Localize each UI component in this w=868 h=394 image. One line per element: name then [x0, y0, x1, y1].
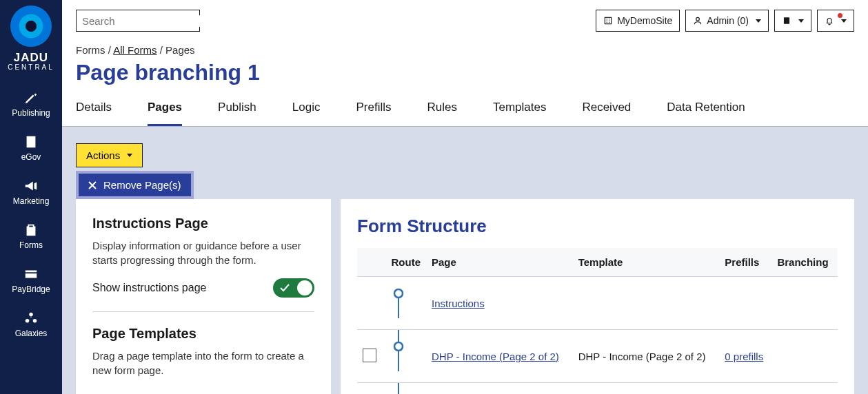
table-row: DHP - Income (Page 2 of 2) DHP - Income … — [357, 330, 838, 383]
content-columns: Instructions Page Display information or… — [62, 167, 868, 394]
tabs: Details Pages Publish Logic Prefills Rul… — [62, 85, 868, 127]
actions-menu-label: Remove Page(s) — [103, 179, 181, 191]
notification-dot-icon — [838, 13, 842, 18]
toggle-label: Show instructions page — [92, 282, 206, 294]
search-input-wrap[interactable] — [76, 10, 200, 32]
page-title: Page branching 1 — [62, 59, 868, 85]
tab-details[interactable]: Details — [76, 101, 112, 126]
actions-menu-remove[interactable]: Remove Page(s) — [76, 171, 194, 199]
clipboard-icon — [23, 222, 39, 238]
caret-down-icon — [127, 154, 132, 157]
tab-publish[interactable]: Publish — [218, 101, 256, 126]
templates-title: Page Templates — [92, 326, 314, 342]
breadcrumb: Forms / All Forms / Pages — [62, 32, 868, 59]
sidebar-item-paybridge[interactable]: PayBridge — [0, 258, 62, 302]
book-button[interactable] — [774, 10, 811, 32]
structure-table: Route Page Template Prefills Branching I… — [357, 248, 838, 394]
topbar-right: MyDemoSite Admin (0) — [596, 10, 854, 32]
svg-point-2 — [33, 319, 37, 323]
instructions-title: Instructions Page — [92, 216, 314, 231]
templates-desc: Drag a page template into the form to cr… — [92, 349, 314, 377]
user-button[interactable]: Admin (0) — [685, 10, 769, 32]
svg-rect-4 — [605, 17, 612, 23]
left-panel: Instructions Page Display information or… — [76, 199, 331, 394]
col-page: Page — [426, 248, 573, 277]
sidebar-item-label: Publishing — [12, 108, 50, 118]
template-cell — [573, 277, 720, 330]
caret-down-icon — [841, 19, 847, 23]
page-link[interactable]: Instructions — [432, 298, 485, 309]
right-panel: Form Structure Route Page Template Prefi… — [341, 199, 854, 394]
page-link[interactable]: DHP - Income (Page 2 of 2) — [432, 351, 559, 362]
megaphone-icon — [23, 178, 39, 194]
row-checkbox[interactable] — [363, 349, 376, 362]
form-structure-title: Form Structure — [357, 216, 838, 237]
svg-point-8 — [394, 289, 403, 298]
tab-rules[interactable]: Rules — [427, 101, 456, 126]
route-branch-icon — [390, 383, 425, 394]
col-branching: Branching — [771, 248, 838, 277]
breadcrumb-all-forms[interactable]: All Forms — [113, 44, 157, 56]
sidebar-item-marketing[interactable]: Marketing — [0, 170, 62, 214]
sidebar-item-label: Galaxies — [15, 329, 48, 338]
close-icon — [88, 181, 97, 189]
notifications-button[interactable] — [817, 10, 854, 32]
user-label: Admin (0) — [707, 15, 749, 26]
tab-received[interactable]: Received — [582, 101, 631, 126]
brand-sub: CENTRAL — [8, 63, 54, 71]
search-input[interactable] — [82, 15, 213, 27]
check-icon — [280, 284, 290, 292]
site-button[interactable]: MyDemoSite — [596, 10, 680, 32]
col-template: Template — [573, 248, 720, 277]
toggle-row: Show instructions page — [92, 278, 314, 312]
sidebar-item-publishing[interactable]: Publishing — [0, 82, 62, 126]
nodes-icon — [23, 311, 39, 326]
tab-logic[interactable]: Logic — [292, 101, 321, 126]
app-sidebar: JADU CENTRAL Publishing eGov Marketing F… — [0, 0, 62, 394]
site-label: MyDemoSite — [617, 15, 672, 26]
instructions-toggle[interactable] — [273, 278, 314, 298]
svg-point-5 — [696, 17, 700, 21]
svg-point-1 — [26, 319, 30, 323]
actions-button[interactable]: Actions — [76, 143, 143, 167]
table-row: branch page 1 branch page 1 0 prefills 1… — [357, 383, 838, 395]
template-cell: branch page 1 — [573, 383, 720, 395]
sidebar-item-galaxies[interactable]: Galaxies — [0, 302, 62, 346]
breadcrumb-root: Forms — [76, 44, 105, 56]
sidebar-item-label: Forms — [19, 240, 43, 250]
route-node-icon — [390, 277, 425, 320]
sidebar-item-label: PayBridge — [12, 284, 50, 294]
actions-row: Actions Remove Page(s) — [62, 127, 868, 167]
pencil-icon — [23, 90, 39, 105]
svg-point-0 — [29, 313, 33, 317]
col-route: Route — [385, 248, 426, 277]
table-row: Instructions — [357, 277, 838, 330]
tab-templates[interactable]: Templates — [493, 101, 546, 126]
col-prefills: Prefills — [719, 248, 771, 277]
instructions-desc: Display information or guidance before a… — [92, 238, 314, 267]
svg-rect-6 — [784, 17, 789, 23]
user-icon — [693, 16, 703, 25]
sidebar-item-forms[interactable]: Forms — [0, 214, 62, 258]
bell-icon — [825, 16, 834, 25]
sidebar-item-egov[interactable]: eGov — [0, 126, 62, 170]
actions-label: Actions — [86, 149, 120, 161]
tab-data-retention[interactable]: Data Retention — [667, 101, 745, 126]
breadcrumb-current: Pages — [165, 44, 195, 56]
brand-logo — [10, 6, 52, 47]
route-node-icon — [390, 330, 425, 373]
main-area: MyDemoSite Admin (0) Forms / All Forms /… — [62, 0, 868, 394]
svg-point-10 — [394, 342, 403, 351]
book-icon — [782, 16, 791, 25]
site-icon — [603, 16, 613, 25]
template-cell: DHP - Income (Page 2 of 2) — [573, 330, 720, 383]
caret-down-icon — [756, 19, 761, 23]
building-icon — [23, 134, 39, 149]
caret-down-icon — [798, 19, 804, 23]
tab-prefills[interactable]: Prefills — [356, 101, 391, 126]
sidebar-item-label: Marketing — [13, 196, 50, 206]
prefills-link[interactable]: 0 prefills — [725, 351, 763, 362]
topbar: MyDemoSite Admin (0) — [62, 0, 868, 32]
tab-pages[interactable]: Pages — [148, 101, 182, 126]
brand-name: JADU — [14, 51, 48, 65]
